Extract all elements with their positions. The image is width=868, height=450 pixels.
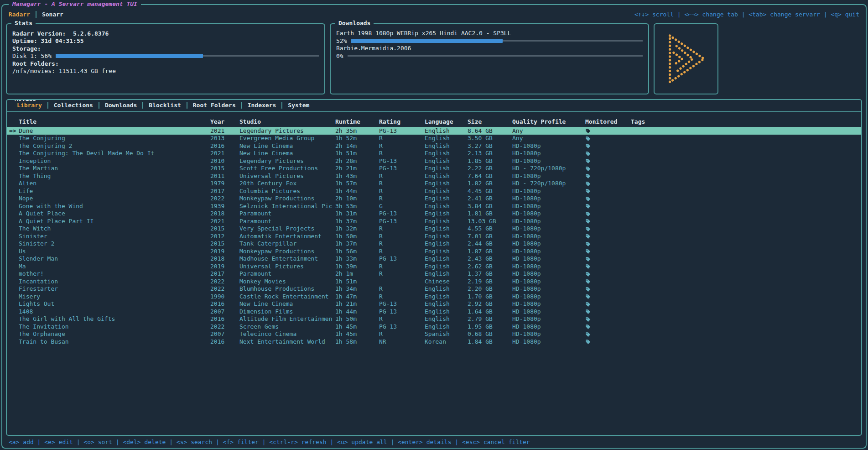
table-row[interactable]: Gone with the Wind1939Selznick Internati… — [7, 202, 861, 210]
cell-monitored — [585, 278, 631, 285]
table-row[interactable]: The Girl with All the Gifts2016Altitude … — [7, 315, 861, 323]
cell-studio: Monkey Movies — [239, 278, 335, 285]
table-row[interactable]: Train to Busan2016Next Entertainment Wor… — [7, 338, 861, 345]
table-row[interactable]: Incantation2022Monkey Movies1h 51mChines… — [7, 277, 861, 285]
tab-indexers[interactable]: Indexers — [241, 102, 282, 109]
cell-title: Inception — [19, 157, 210, 164]
cell-monitored — [585, 157, 631, 164]
bookmark-icon — [585, 279, 591, 284]
cell-size: 1.95 GB — [468, 323, 512, 330]
table-row[interactable]: The Witch2015Very Special Projects1h 32m… — [7, 225, 861, 233]
cell-rating: R — [379, 173, 425, 179]
cell-size: 8.64 GB — [468, 127, 512, 134]
bookmark-icon — [585, 332, 591, 337]
table-row[interactable]: Slender Man2018Madhouse Entertainment1h … — [7, 255, 861, 263]
cell-quality_profile: HD-1080p — [512, 293, 585, 300]
cell-runtime: 1h 57m — [335, 180, 379, 187]
servarr-tab-radarr[interactable]: Radarr — [9, 11, 36, 18]
tab-system[interactable]: System — [281, 102, 315, 109]
tab-collections[interactable]: Collections — [47, 102, 99, 109]
cell-studio: Tank Caterpillar — [239, 240, 335, 247]
servarr-tab-sonarr[interactable]: Sonarr — [36, 11, 69, 18]
column-header-tags: Tags — [631, 118, 861, 125]
bookmark-icon — [585, 211, 591, 217]
cell-rating: R — [379, 240, 425, 247]
cell-runtime: 1h 47m — [335, 293, 379, 300]
table-row[interactable]: The Conjuring 22016New Line Cinema2h 14m… — [7, 142, 861, 150]
table-row[interactable]: 14082007Dimension Films1h 44mPG-13Englis… — [7, 308, 861, 315]
cell-studio: 20th Century Fox — [239, 180, 335, 187]
table-row[interactable]: Lights Out2016New Line Cinema1h 21mPG-13… — [7, 300, 861, 308]
table-row[interactable]: The Conjuring2013Evergreen Media Group1h… — [7, 135, 861, 142]
table-row[interactable]: A Quiet Place2018Paramount1h 31mPG-13Eng… — [7, 210, 861, 218]
table-row[interactable]: Nope2022Monkeypaw Productions2h 10mREngl… — [7, 195, 861, 203]
cell-runtime: 1h 45m — [335, 323, 379, 330]
cell-monitored — [585, 240, 631, 247]
cell-title: Us — [19, 248, 210, 255]
cell-year: 1990 — [210, 293, 239, 300]
cell-runtime: 2h 14m — [335, 142, 379, 149]
tab-root-folders[interactable]: Root Folders — [187, 102, 241, 109]
bookmark-icon — [585, 287, 591, 292]
table-row[interactable]: =>Dune2021Legendary Pictures2h 35mPG-13E… — [7, 127, 861, 135]
table-row[interactable]: Firestarter2022Blumhouse Productions1h 3… — [7, 285, 861, 293]
cell-title: Incantation — [19, 278, 210, 285]
bookmark-icon — [585, 196, 591, 202]
table-row[interactable]: Sinister 22015Tank Caterpillar1h 37mREng… — [7, 240, 861, 248]
table-row[interactable]: Inception2010Legendary Pictures2h 28mPG-… — [7, 157, 861, 165]
cell-monitored — [585, 195, 631, 202]
table-row[interactable]: Alien197920th Century Fox1h 57mREnglish1… — [7, 180, 861, 188]
cell-language: English — [425, 173, 468, 179]
top-panels-row: Stats Radarr Version: 5.2.6.8376 Uptime:… — [6, 23, 862, 94]
cell-year: 2015 — [210, 165, 239, 172]
cell-quality_profile: HD-1080p — [512, 270, 585, 277]
table-row[interactable]: A Quiet Place Part II2021Paramount1h 37m… — [7, 217, 861, 225]
cell-rating: R — [379, 180, 425, 187]
cell-monitored — [585, 210, 631, 217]
cell-rating: R — [379, 225, 425, 232]
table-row[interactable]: mother!2017Paramount2h 1mREnglish1.37 GB… — [7, 270, 861, 278]
cell-title: The Invitation — [19, 323, 210, 330]
cell-year: 2022 — [210, 323, 239, 330]
root-folder-free-space: /nfs/movies: 11511.43 GB free — [12, 68, 319, 75]
column-header-quality_profile: Quality Profile — [512, 118, 585, 125]
cell-title: The Martian — [19, 165, 210, 172]
table-row[interactable]: The Thing2011Universal Pictures1h 43mREn… — [7, 172, 861, 180]
cell-rating: PG-13 — [379, 165, 425, 172]
table-row[interactable]: Misery1990Castle Rock Entertainment1h 47… — [7, 293, 861, 300]
table-row[interactable]: The Martian2015Scott Free Productions2h … — [7, 165, 861, 173]
movies-table-header: TitleYearStudioRuntimeRatingLanguageSize… — [7, 112, 861, 127]
cell-year: 1979 — [210, 180, 239, 187]
table-row[interactable]: Ma2019Universal Pictures1h 39mREnglish2.… — [7, 262, 861, 270]
table-row[interactable]: The Invitation2022Screen Gems1h 45mPG-13… — [7, 323, 861, 330]
cell-quality_profile: HD-1080p — [512, 195, 585, 202]
tab-library[interactable]: Library — [11, 102, 47, 109]
cell-quality_profile: HD-1080p — [512, 300, 585, 307]
table-row[interactable]: The Orphanage2007Telecinco Cinema1h 45mR… — [7, 330, 861, 338]
downloads-list: Earth 1998 1080p WEBRip x265 Hindi AAC2.… — [336, 30, 643, 60]
cell-quality_profile: HD-1080p — [512, 150, 585, 157]
cell-studio: New Line Cinema — [239, 142, 335, 149]
cell-runtime: 1h 39m — [335, 263, 379, 270]
bookmark-icon — [585, 181, 591, 187]
cell-language: English — [425, 218, 468, 225]
cell-rating: PG-13 — [379, 127, 425, 134]
tab-downloads[interactable]: Downloads — [99, 102, 142, 109]
cell-year: 2018 — [210, 210, 239, 217]
cell-monitored — [585, 270, 631, 277]
cell-studio: Castle Rock Entertainment — [239, 293, 335, 300]
table-row[interactable]: Us2019Monkeypaw Productions1h 56mREnglis… — [7, 247, 861, 255]
cell-quality_profile: HD-1080p — [512, 188, 585, 194]
cell-year: 2015 — [210, 225, 239, 232]
bookmark-icon — [585, 324, 591, 330]
bookmark-icon — [585, 173, 591, 179]
selected-row-marker: => — [7, 127, 19, 134]
cell-monitored — [585, 315, 631, 322]
tab-blocklist[interactable]: Blocklist — [142, 102, 186, 109]
table-row[interactable]: Life2017Columbia Pictures1h 44mREnglish4… — [7, 187, 861, 195]
cell-language: English — [425, 142, 468, 149]
table-row[interactable]: The Conjuring: The Devil Made Me Do It20… — [7, 150, 861, 157]
bookmark-icon — [585, 143, 591, 149]
table-row[interactable]: Sinister2012Automatik Entertainment1h 50… — [7, 232, 861, 240]
movies-table-body[interactable]: =>Dune2021Legendary Pictures2h 35mPG-13E… — [7, 127, 861, 435]
